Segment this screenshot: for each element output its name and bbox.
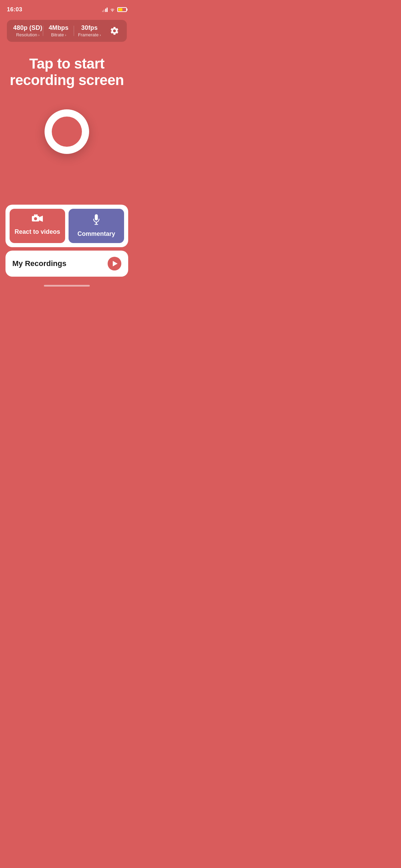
svg-rect-8 (95, 224, 98, 225)
microphone-icon (93, 214, 100, 228)
svg-point-0 (112, 11, 113, 12)
signal-bar-4 (107, 8, 108, 12)
play-icon (113, 261, 118, 266)
status-time: 16:03 (7, 6, 22, 13)
framerate-option[interactable]: 30fps Framerate › (74, 24, 105, 37)
resolution-value: 480p (SD) (13, 24, 42, 32)
record-button-inner (52, 117, 82, 147)
framerate-chevron: › (100, 33, 101, 37)
play-recordings-button[interactable] (108, 257, 121, 270)
svg-rect-5 (36, 215, 38, 216)
bottom-section: React to videos Commentary My Recordings (0, 205, 134, 284)
bitrate-label: Bitrate › (51, 32, 66, 37)
bitrate-chevron: › (65, 33, 66, 37)
record-button[interactable] (45, 109, 89, 154)
settings-options: 480p (SD) Resolution › 4Mbps Bitrate › 3… (12, 24, 105, 37)
status-icons (102, 7, 127, 12)
wifi-icon (110, 8, 115, 12)
bitrate-option[interactable]: 4Mbps Bitrate › (43, 24, 74, 37)
react-to-videos-button[interactable]: React to videos (10, 209, 65, 243)
signal-bar-2 (104, 10, 105, 12)
bitrate-value: 4Mbps (49, 24, 69, 32)
headline-line2: recording screen (10, 72, 124, 88)
framerate-label: Framerate › (78, 32, 101, 37)
status-bar: 16:03 (0, 0, 134, 17)
commentary-label: Commentary (77, 230, 115, 238)
camera-icon (32, 214, 43, 226)
settings-bar: 480p (SD) Resolution › 4Mbps Bitrate › 3… (7, 20, 127, 42)
resolution-label: Resolution › (16, 32, 39, 37)
svg-point-2 (34, 217, 37, 220)
record-button-container (45, 109, 89, 154)
headline: Tap to start recording screen (3, 56, 131, 89)
svg-marker-3 (39, 216, 43, 222)
commentary-button[interactable]: Commentary (69, 209, 124, 243)
home-indicator (0, 284, 134, 289)
resolution-option[interactable]: 480p (SD) Resolution › (12, 24, 43, 37)
signal-bar-3 (105, 9, 106, 12)
main-content: Tap to start recording screen (0, 42, 134, 205)
home-bar (44, 285, 90, 287)
svg-rect-7 (96, 222, 97, 224)
recordings-label: My Recordings (12, 259, 66, 268)
battery-fill (118, 8, 122, 11)
recordings-card[interactable]: My Recordings (5, 251, 128, 277)
screen: 16:03 480p (SD) (0, 0, 134, 289)
signal-bar-1 (102, 11, 103, 12)
gear-icon (110, 26, 119, 36)
react-to-videos-label: React to videos (14, 228, 60, 236)
settings-button[interactable] (108, 24, 121, 38)
framerate-value: 30fps (81, 24, 98, 32)
headline-line1: Tap to start (29, 56, 105, 72)
battery-icon (117, 7, 127, 12)
svg-rect-6 (95, 214, 98, 220)
action-card: React to videos Commentary (5, 205, 128, 247)
svg-rect-4 (34, 215, 36, 216)
resolution-chevron: › (38, 33, 39, 37)
signal-icon (102, 7, 108, 12)
